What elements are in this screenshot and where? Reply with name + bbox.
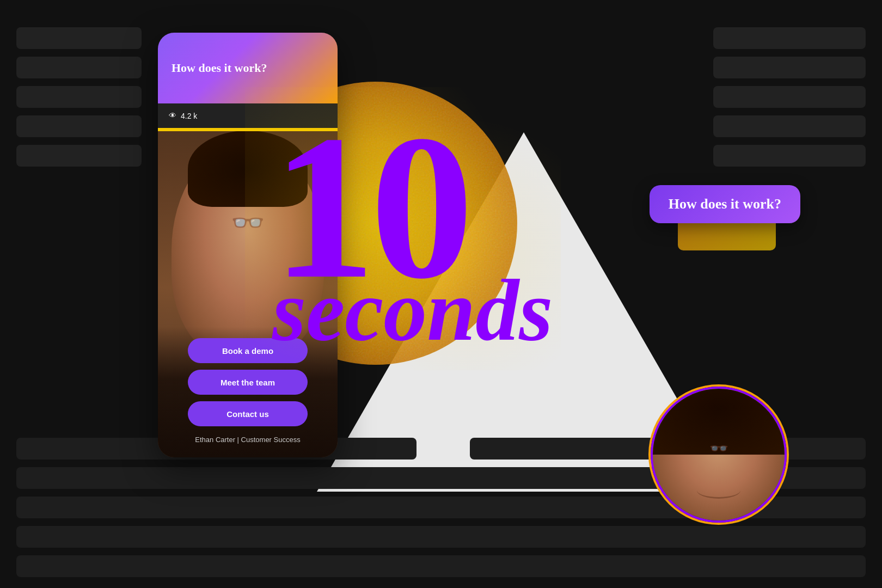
avatar-circle: 👓: [651, 387, 787, 523]
info-bubble-right: How does it work?: [650, 185, 800, 223]
stripe-item: [16, 57, 142, 78]
bubble-right-text: How does it work?: [669, 196, 781, 212]
avatar-face: 👓: [653, 389, 785, 520]
avatar-glasses-icon: 👓: [709, 439, 728, 457]
stripe-item: [713, 86, 866, 108]
stripe-item: [16, 115, 142, 137]
meet-team-button[interactable]: Meet the team: [188, 370, 308, 395]
person-label: Ethan Carter | Customer Success: [195, 436, 300, 444]
stripe-item: [16, 86, 142, 108]
stripe-item: [713, 27, 866, 49]
phone-header-text: How does it work?: [171, 61, 267, 75]
stripe-item: [16, 27, 142, 49]
stripe-item: [713, 145, 866, 167]
avatar-smile: [697, 482, 740, 499]
view-count-text: 4.2 k: [181, 112, 197, 120]
stripe-item: [16, 145, 142, 167]
bottom-stripe: [16, 526, 866, 548]
hero-unit: seconds: [272, 267, 553, 354]
left-stripes: [16, 27, 142, 167]
bottom-stripe: [16, 555, 866, 577]
right-stripes: [713, 27, 866, 167]
eye-icon: 👁: [169, 112, 176, 120]
contact-us-button[interactable]: Contact us: [188, 401, 308, 426]
glasses-decoration: 👓: [231, 207, 265, 238]
stripe-item: [713, 115, 866, 137]
stripe-item: [713, 57, 866, 78]
